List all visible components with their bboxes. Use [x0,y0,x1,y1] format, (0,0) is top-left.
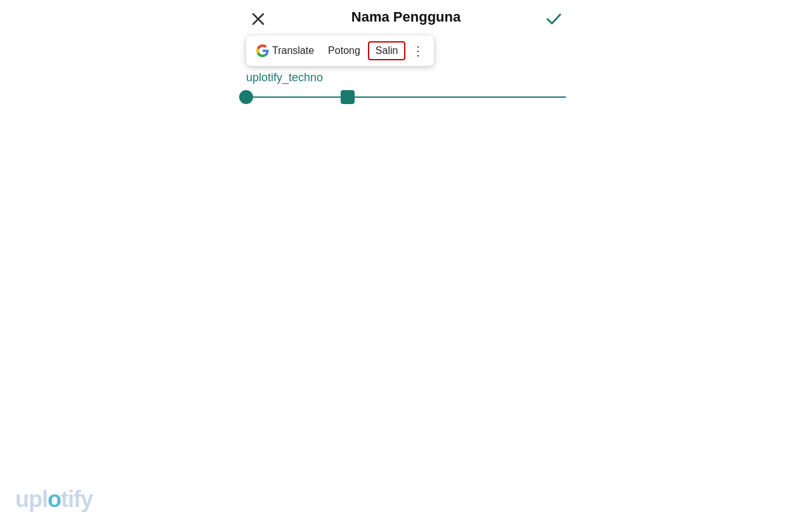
selection-handle-right[interactable] [341,90,355,104]
text-selection-handles [246,89,566,105]
watermark-tify: tify [61,486,93,512]
selection-handle-left[interactable] [239,90,253,104]
watermark-o: o [48,486,61,512]
watermark-up: upl [15,486,48,512]
copy-button[interactable]: Salin [368,41,406,60]
cut-button[interactable]: Potong [322,41,367,60]
copy-label: Salin [376,45,398,56]
cut-label: Potong [328,45,360,56]
input-text-value[interactable]: uplotify_techno [246,71,566,84]
translate-label: Translate [272,45,314,56]
input-field-area: uplotify_techno [246,71,566,105]
context-toolbar: Translate Potong Salin ⋮ [246,36,434,66]
more-icon: ⋮ [412,43,425,58]
watermark: uplotify [15,486,93,513]
translate-button[interactable]: Translate [250,41,320,61]
google-icon [256,44,269,57]
more-options-button[interactable]: ⋮ [407,39,430,62]
close-button[interactable] [249,10,267,30]
page-title: Nama Pengguna [351,9,461,25]
confirm-button[interactable] [545,10,563,30]
selection-track [246,96,566,98]
